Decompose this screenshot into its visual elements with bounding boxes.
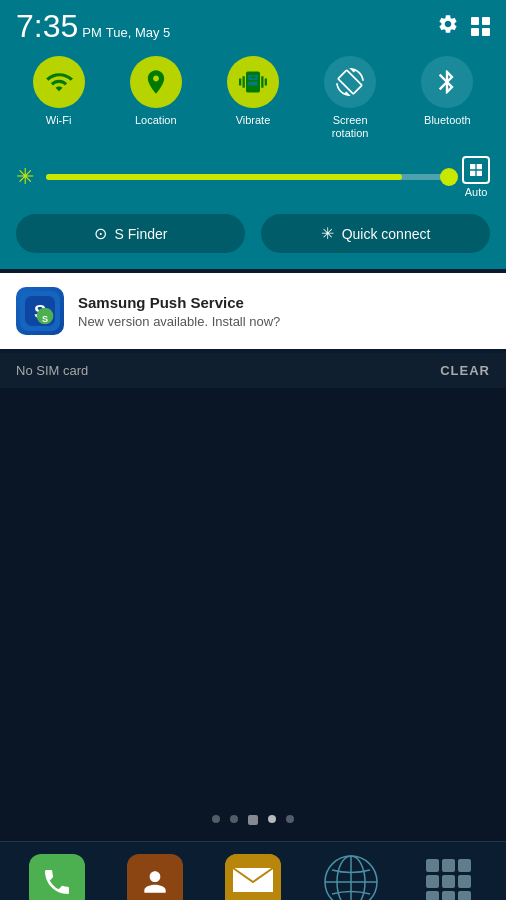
quick-connect-label: Quick connect	[342, 226, 431, 242]
samsung-push-icon: S S	[16, 287, 64, 335]
svg-rect-16	[442, 875, 455, 888]
auto-label: Auto	[465, 186, 488, 198]
location-label: Location	[135, 114, 177, 127]
settings-icon[interactable]	[437, 13, 459, 40]
location-circle	[130, 56, 182, 108]
svg-rect-14	[458, 859, 471, 872]
vibrate-circle	[227, 56, 279, 108]
brightness-slider[interactable]	[46, 174, 450, 180]
svg-rect-20	[458, 891, 471, 900]
no-sim-text: No SIM card	[16, 363, 88, 378]
wifi-label: Wi-Fi	[46, 114, 72, 127]
notification-title: Samsung Push Service	[78, 294, 490, 311]
quick-toggles: Wi-Fi Location Vibrate	[0, 48, 506, 152]
dock: Phone Contacts Messages	[0, 841, 506, 900]
messages-icon	[225, 854, 281, 900]
time-ampm: PM	[82, 25, 102, 40]
vibrate-label: Vibrate	[236, 114, 271, 127]
s-finder-button[interactable]: ⊙ S Finder	[16, 214, 245, 253]
internet-icon	[323, 854, 379, 900]
brightness-row: ✳ Auto	[0, 152, 506, 210]
dock-item-phone[interactable]: Phone	[29, 854, 85, 900]
time-block: 7:35 PM Tue, May 5	[16, 10, 170, 42]
s-finder-icon: ⊙	[94, 224, 107, 243]
brightness-icon: ✳	[16, 164, 34, 190]
svg-rect-13	[442, 859, 455, 872]
status-icons	[437, 13, 490, 40]
grid-menu-icon[interactable]	[471, 17, 490, 36]
dock-item-contacts[interactable]: Contacts	[127, 854, 183, 900]
notification-panel: 7:35 PM Tue, May 5	[0, 0, 506, 269]
dock-item-apps[interactable]: Apps	[421, 854, 477, 900]
quick-connect-button[interactable]: ✳ Quick connect	[261, 214, 490, 253]
svg-rect-19	[442, 891, 455, 900]
status-bar: 7:35 PM Tue, May 5	[0, 0, 506, 48]
bluetooth-circle	[421, 56, 473, 108]
toggle-vibrate[interactable]: Vibrate	[227, 56, 279, 140]
auto-icon	[462, 156, 490, 184]
quick-connect-icon: ✳	[321, 224, 334, 243]
dock-item-messages[interactable]: Messages	[225, 854, 281, 900]
clear-button[interactable]: CLEAR	[440, 363, 490, 378]
page-dots	[0, 805, 506, 841]
page-dot-2	[230, 815, 238, 823]
notification-card[interactable]: S S Samsung Push Service New version ava…	[0, 273, 506, 349]
svg-rect-18	[426, 891, 439, 900]
dock-item-internet[interactable]: Internet	[323, 854, 379, 900]
screen-rotation-label: Screenrotation	[332, 114, 369, 140]
toggle-screen-rotation[interactable]: Screenrotation	[324, 56, 376, 140]
svg-rect-17	[458, 875, 471, 888]
page-dot-1	[212, 815, 220, 823]
bluetooth-label: Bluetooth	[424, 114, 470, 127]
s-finder-label: S Finder	[115, 226, 168, 242]
contacts-icon	[127, 854, 183, 900]
notification-text: Samsung Push Service New version availab…	[78, 294, 490, 329]
time-date: Tue, May 5	[106, 25, 171, 40]
apps-icon	[421, 854, 477, 900]
svg-text:S: S	[42, 314, 48, 324]
auto-rotate-toggle[interactable]: Auto	[462, 156, 490, 198]
time-display: 7:35	[16, 10, 78, 42]
home-screen: Phone Contacts Messages	[0, 388, 506, 900]
toggle-bluetooth[interactable]: Bluetooth	[421, 56, 473, 140]
svg-rect-12	[426, 859, 439, 872]
quick-buttons-row: ⊙ S Finder ✳ Quick connect	[0, 210, 506, 269]
wifi-circle	[33, 56, 85, 108]
page-dot-3	[268, 815, 276, 823]
notification-body: New version available. Install now?	[78, 314, 490, 329]
toggle-wifi[interactable]: Wi-Fi	[33, 56, 85, 140]
page-dot-4	[286, 815, 294, 823]
phone-icon	[29, 854, 85, 900]
brightness-thumb	[440, 168, 458, 186]
sim-bar: No SIM card CLEAR	[0, 353, 506, 388]
toggle-location[interactable]: Location	[130, 56, 182, 140]
brightness-fill	[46, 174, 402, 180]
svg-rect-15	[426, 875, 439, 888]
page-dot-home	[248, 815, 258, 825]
screen-rotation-circle	[324, 56, 376, 108]
